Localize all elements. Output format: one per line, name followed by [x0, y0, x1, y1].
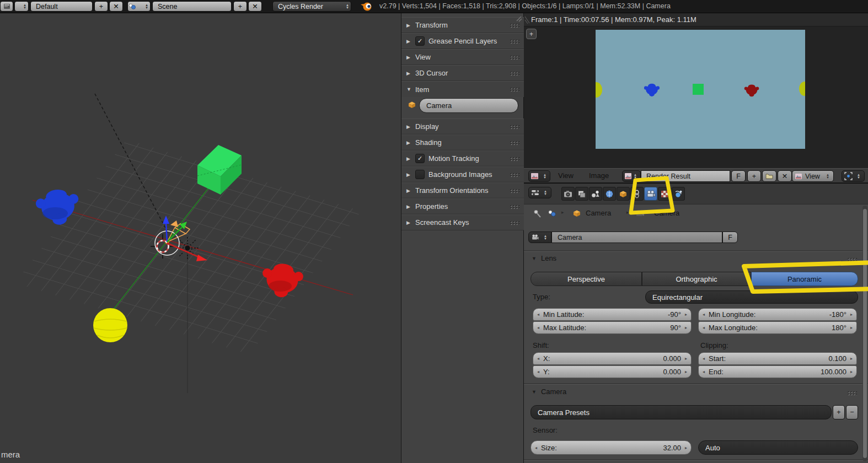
- decrement-icon[interactable]: ◂: [537, 312, 539, 317]
- checkbox-unchecked[interactable]: [415, 170, 425, 179]
- screen-layout-field[interactable]: Default: [30, 1, 93, 12]
- delete-layout-button[interactable]: ✕: [109, 1, 123, 12]
- scene-icon[interactable]: [547, 209, 557, 218]
- panel-drag-dots[interactable]: [847, 257, 857, 262]
- shift-x-field[interactable]: ◂ X: 0.000 ▸: [533, 352, 692, 365]
- sensor-size-field[interactable]: ◂ Size: 32.00 ▸: [531, 440, 692, 455]
- decrement-icon[interactable]: ◂: [703, 369, 705, 374]
- scrollbar-thumb[interactable]: [863, 209, 867, 458]
- min-latitude-field[interactable]: ◂ Min Latitude: -90° ▸: [533, 308, 692, 321]
- editor-type-button-info[interactable]: [0, 1, 13, 12]
- lens-mode-panoramic[interactable]: Panoramic: [751, 272, 858, 286]
- view-menu[interactable]: View: [558, 171, 574, 180]
- camera-data-name-field[interactable]: Camera: [551, 232, 722, 243]
- decrement-icon[interactable]: ◂: [537, 325, 539, 330]
- panel-drag-dots[interactable]: [510, 125, 519, 129]
- image-name-field[interactable]: Render Result: [641, 170, 730, 182]
- add-layout-button[interactable]: +: [94, 1, 108, 12]
- checkbox-checked[interactable]: ✓: [415, 36, 425, 46]
- max-latitude-field[interactable]: ◂ Max Latitude: 90° ▸: [533, 321, 692, 334]
- tab-object[interactable]: [617, 187, 630, 201]
- scene-browse-button[interactable]: ▲▼: [127, 1, 151, 12]
- min-longitude-field[interactable]: ◂ Min Longitude: -180° ▸: [698, 308, 857, 321]
- camera-presets-dropdown[interactable]: Camera Presets ▲▼: [531, 405, 832, 419]
- lens-panel-header[interactable]: ▼ Lens: [532, 254, 556, 262]
- sensor-fit-dropdown[interactable]: Auto ▲▼: [698, 440, 858, 455]
- panel-drag-dots[interactable]: [510, 173, 519, 177]
- scene-name-field[interactable]: Scene: [152, 1, 232, 12]
- tab-world[interactable]: [603, 187, 616, 201]
- breadcrumb-data-name[interactable]: Camera: [654, 209, 679, 217]
- item-name-field[interactable]: Camera: [419, 98, 518, 113]
- tab-render-layers[interactable]: [575, 187, 588, 201]
- panel-header-motion-tracking[interactable]: ▶ ✓ Motion Tracking: [401, 150, 524, 166]
- decrement-icon[interactable]: ◂: [537, 369, 539, 374]
- add-preset-button[interactable]: +: [833, 405, 845, 419]
- clip-end-field[interactable]: ◂ End: 100.000 ▸: [698, 365, 857, 378]
- panel-drag-dots[interactable]: [510, 87, 519, 91]
- increment-icon[interactable]: ▸: [850, 369, 853, 374]
- increment-icon[interactable]: ▸: [685, 312, 687, 317]
- checkbox-checked[interactable]: ✓: [415, 154, 425, 163]
- tab-texture[interactable]: [658, 187, 671, 201]
- editor-type-arrows[interactable]: ▲▼: [14, 1, 29, 12]
- increment-icon[interactable]: ▸: [685, 356, 687, 361]
- rendered-image[interactable]: [596, 30, 805, 149]
- increment-icon[interactable]: ▸: [685, 445, 687, 450]
- object-cube-icon[interactable]: [572, 209, 581, 218]
- panel-header-grease-pencil-layers[interactable]: ▶ ✓ Grease Pencil Layers: [401, 33, 524, 49]
- max-longitude-field[interactable]: ◂ Max Longitude: 180° ▸: [698, 321, 857, 334]
- display-channels-button[interactable]: ▲▼: [842, 170, 865, 182]
- panel-drag-dots[interactable]: [510, 157, 519, 161]
- panel-header-background-images[interactable]: ▶ Background Images: [401, 166, 524, 182]
- panel-header-screencast-keys[interactable]: ▶ Screencast Keys: [401, 214, 524, 230]
- panel-drag-dots[interactable]: [510, 189, 519, 193]
- new-image-button[interactable]: +: [747, 170, 761, 182]
- panel-header-transform[interactable]: ▶ Transform: [401, 17, 524, 33]
- tab-scene[interactable]: [589, 187, 602, 201]
- open-image-button[interactable]: [762, 170, 776, 182]
- expand-region-button[interactable]: +: [526, 29, 537, 39]
- tab-physics[interactable]: [672, 187, 685, 201]
- camera-panel-header[interactable]: ▼ Camera: [532, 387, 566, 396]
- image-menu[interactable]: Image: [589, 171, 609, 180]
- decrement-icon[interactable]: ◂: [703, 312, 705, 317]
- fake-user-button[interactable]: F: [731, 170, 746, 182]
- remove-preset-button[interactable]: −: [846, 405, 858, 419]
- region-resize-grip[interactable]: [524, 13, 532, 24]
- increment-icon[interactable]: ▸: [685, 369, 687, 374]
- panel-drag-dots[interactable]: [510, 204, 519, 209]
- panel-header-transform-orientations[interactable]: ▶ Transform Orientations: [401, 182, 524, 198]
- editor-type-button-properties[interactable]: ▲▼: [528, 187, 551, 198]
- camera-data-browse-button[interactable]: ▲▼: [528, 232, 551, 243]
- breadcrumb-object-name[interactable]: Camera: [586, 209, 611, 217]
- camera-data-icon[interactable]: [635, 209, 645, 218]
- panel-drag-dots[interactable]: [510, 220, 519, 225]
- add-scene-button[interactable]: +: [233, 1, 247, 12]
- tab-object-data-camera[interactable]: [644, 187, 657, 201]
- image-browse-button[interactable]: ▲▼: [622, 170, 641, 182]
- panel-header-shading[interactable]: ▶ Shading: [401, 134, 524, 150]
- delete-scene-button[interactable]: ✕: [248, 1, 262, 12]
- region-resize-grip[interactable]: [515, 14, 522, 22]
- decrement-icon[interactable]: ◂: [703, 325, 705, 330]
- panel-header-3d-cursor[interactable]: ▶ 3D Cursor: [401, 65, 524, 81]
- panel-drag-dots[interactable]: [510, 23, 519, 28]
- tab-constraints[interactable]: [630, 187, 644, 201]
- decrement-icon[interactable]: ◂: [703, 356, 705, 361]
- increment-icon[interactable]: ▸: [685, 325, 687, 330]
- panel-drag-dots[interactable]: [510, 141, 519, 145]
- pin-icon[interactable]: [533, 209, 543, 219]
- panel-header-display[interactable]: ▶ Display: [401, 119, 524, 134]
- panel-drag-dots[interactable]: [510, 55, 519, 60]
- increment-icon[interactable]: ▸: [850, 312, 853, 317]
- decrement-icon[interactable]: ◂: [537, 356, 539, 361]
- panel-header-properties[interactable]: ▶ Properties: [401, 198, 524, 214]
- panel-header-view[interactable]: ▶ View: [401, 49, 524, 65]
- 3d-viewport[interactable]: mera: [0, 13, 401, 463]
- unlink-image-button[interactable]: ✕: [778, 170, 792, 182]
- clip-start-field[interactable]: ◂ Start: 0.100 ▸: [698, 352, 857, 365]
- lens-mode-orthographic[interactable]: Orthographic: [642, 272, 751, 286]
- editor-type-button-image[interactable]: ▲▼: [528, 170, 550, 182]
- increment-icon[interactable]: ▸: [850, 325, 853, 330]
